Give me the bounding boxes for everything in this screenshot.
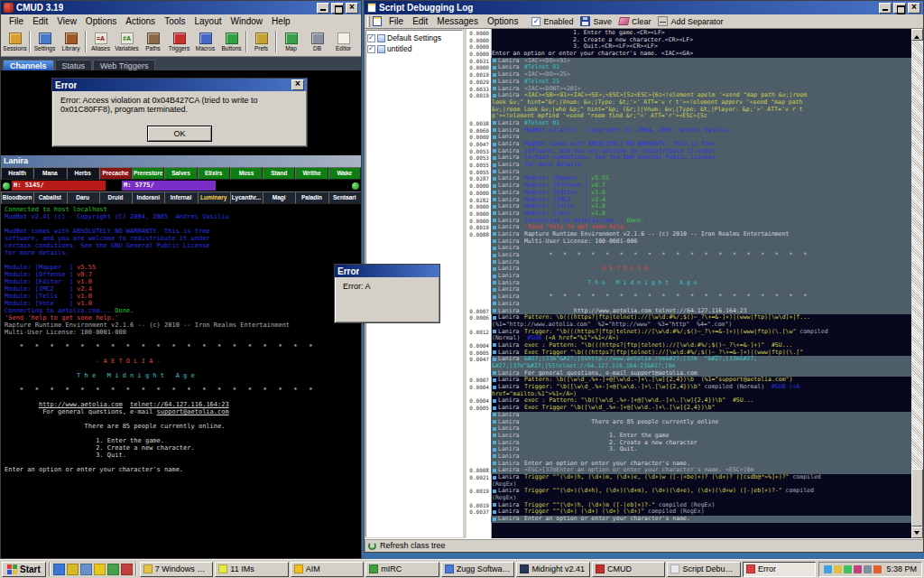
hyperlink[interactable]: telnet://64.127.116.164:23 [130, 401, 229, 408]
toolbar-grip[interactable] [367, 16, 370, 27]
add-separator-label[interactable]: Add Separator [670, 17, 723, 26]
log-row[interactable]: 0.0012LaniraTrigger: "\b(((https?|ftp|te… [467, 329, 911, 336]
hyperlink[interactable]: support@aetolia.com [157, 408, 229, 415]
log-row[interactable]: LaniraEnter an option or enter your char… [467, 516, 911, 523]
toolbar-editor[interactable]: Editor [330, 28, 356, 55]
button-cabalist[interactable]: Cabalist [33, 191, 66, 204]
log-row[interactable]: 0.0047LaniraMudBot comes with ABSOLUTELY… [467, 141, 911, 148]
log-row[interactable]: Lanira 3. Quit. [467, 446, 911, 453]
log-row[interactable]: Lanira [467, 453, 911, 461]
log-row[interactable]: 0.0005LaniraExec Trigger "\b(((https?|ft… [467, 350, 911, 357]
taskbar-button-script-debugging-log[interactable]: Script Debugging Log [667, 562, 741, 577]
hyperlink[interactable]: http://www.aetolia.com [39, 401, 123, 408]
log-row[interactable]: look &v;" hint="&r;|Vnum: &v;|Type: &t;'… [467, 99, 911, 107]
log-row[interactable]: Lanira [467, 273, 911, 280]
toolbar-library[interactable]: Library [58, 28, 84, 55]
button-magi[interactable]: Magi [263, 191, 295, 204]
menu-file[interactable]: File [5, 16, 28, 26]
save-label[interactable]: Save [593, 17, 612, 26]
scroll-down-button[interactable] [911, 527, 923, 538]
log-row[interactable]: 0.0055Lanirafor more details. [467, 162, 911, 169]
log-row[interactable]: Lanira 1. Enter the game [467, 433, 911, 440]
taskbar-button-zugg-software-we[interactable]: Zugg Software : We... [441, 562, 515, 577]
clear-icon[interactable] [618, 17, 630, 25]
taskbar-button-aim[interactable]: AIM [291, 562, 365, 577]
minimize-button[interactable] [317, 3, 329, 14]
button-daru[interactable]: Daru [67, 191, 99, 204]
maximize-button[interactable] [331, 3, 344, 14]
log-row[interactable]: Lanira * * * * * * * * * * * * * * * * *… [467, 294, 911, 301]
tray-icon-1[interactable] [824, 565, 832, 573]
minimize-button[interactable] [879, 3, 892, 14]
log-row[interactable]: Lanira 2. Create a new character [467, 440, 911, 447]
button-mana[interactable]: Mana [33, 167, 66, 180]
menu-layout[interactable]: Layout [189, 16, 226, 26]
tray-icon-4[interactable] [854, 565, 862, 573]
taskbar-button-mirc[interactable]: mIRC [365, 562, 439, 577]
tray-icon-2[interactable] [834, 565, 842, 573]
log-row[interactable]: 0.0287LaniraModule: [Mapper ] v5.55 [467, 175, 911, 182]
log-row[interactable]: Lanira [467, 245, 911, 252]
button-herbs[interactable]: Herbs [67, 167, 99, 180]
log-row[interactable]: 0.0004LaniraTrigger: "\b([\w\d_.%+-]+@[\… [467, 384, 911, 391]
log-row[interactable]: 0.0055Lanira [467, 169, 911, 176]
log-row[interactable]: 0.0000 3. Quit.<CR><LF><CR><LF> [467, 43, 911, 51]
tray-icon-5[interactable] [864, 565, 872, 573]
log-row[interactable]: href="mailto:%1">%1</A>) [467, 391, 911, 398]
menu-help[interactable]: Help [267, 16, 295, 26]
log-row[interactable]: 0.0000 1. Enter the game.<CR><LF> [467, 30, 911, 37]
log-row[interactable]: LaniraEnter an option or enter your char… [467, 461, 911, 468]
log-row[interactable]: 0.0000Lanira [467, 134, 911, 141]
log-row[interactable]: 0.0019Lanira'Send 'help to get some help… [467, 224, 911, 231]
checkbox-checked-icon[interactable] [367, 34, 375, 42]
close-button[interactable] [346, 3, 358, 14]
maximize-button[interactable] [893, 3, 906, 14]
log-row[interactable]: 0.0060LaniraMudBot v2.41(c) - Copyright … [467, 127, 911, 135]
button-moss[interactable]: Moss [230, 167, 263, 180]
log-row[interactable]: 0.0031Lanira<IAC><DO><91> [467, 58, 911, 65]
menu-edit[interactable]: Edit [408, 16, 432, 26]
log-row[interactable]: Lanira * * * * * * * * * * * * * * * * *… [467, 252, 911, 259]
log-row[interactable]: p'><!element mpfind '<send "room find &r… [467, 113, 911, 120]
scroll-thumb[interactable] [911, 469, 923, 527]
log-row[interactable]: 0.0021LaniraTrigger "^(\d+)h, (\d+)m, (\… [467, 474, 911, 481]
refresh-icon[interactable] [368, 542, 376, 550]
log-row[interactable]: &v;|room look &v;|who &p;" hint="&p; (&r… [467, 107, 911, 114]
toolbar-settings[interactable]: Settings [32, 28, 58, 55]
log-row[interactable]: LaniraMulti-User License: 100-0001-000 [467, 238, 911, 246]
toolbar-variables[interactable]: #AVariables [114, 28, 140, 55]
toolbar-prefs[interactable]: Prefs [248, 28, 274, 55]
log-row[interactable]: (RegEx) [467, 495, 911, 502]
button-bloodborn[interactable]: Bloodborn [1, 191, 33, 204]
log-row[interactable]: 0.0088LaniraRapture Runtime Environment … [467, 231, 911, 238]
tab-channels[interactable]: Channels [3, 60, 54, 70]
log-row[interactable]: 0.0019Lanira<IAC><SB><91><IAC><SE>;<ESC>… [467, 92, 911, 99]
taskbar-button-7-windows-explorer[interactable]: 7 Windows Explorer [140, 562, 214, 577]
log-row[interactable]: 0.0000 2. Create a new character.<CR><LF… [467, 37, 911, 44]
debugger-titlebar[interactable]: Script Debugging Log [365, 1, 923, 14]
log-row[interactable]: Lanira [467, 301, 911, 308]
log-row[interactable]: 0.0019LaniraTrigger "^(\d+)h, (\d+)m ([-… [467, 502, 911, 509]
log-row[interactable]: (RegEx) [467, 481, 911, 489]
button-salves[interactable]: Salves [164, 167, 197, 180]
scroll-up-button[interactable] [911, 29, 923, 41]
log-row[interactable]: 0.0033Lanira<IAC><DONT><201> [467, 86, 911, 93]
log-row[interactable]: (Normal) #SUB (<A href="%1">%1</A>) [467, 335, 911, 342]
toolbar-sessions[interactable]: Sessions [2, 28, 28, 55]
toolbar-paths[interactable]: Paths [140, 28, 166, 55]
taskbar-button-error[interactable]: Error [743, 562, 817, 577]
toolbar-triggers[interactable]: Triggers [166, 28, 192, 55]
log-row[interactable]: (%1="http://www.aetolia.com" %2="http://… [467, 322, 911, 329]
menu-window[interactable]: Window [226, 16, 268, 26]
button-lycanthr[interactable]: Lycanthr... [230, 191, 263, 204]
log-row[interactable]: Lanira T h e M i d n i g h t A g e [467, 280, 911, 287]
enabled-checkbox[interactable] [531, 17, 541, 26]
log-row[interactable]: 0.0282LaniraModule: [IMC2 ] v2.4 [467, 197, 911, 204]
button-stand[interactable]: Stand [263, 167, 295, 180]
mirc-quick-icon[interactable] [107, 564, 119, 575]
log-row[interactable]: LaniraFor general questions, e-mail supp… [467, 370, 911, 378]
tab-status[interactable]: Status [55, 60, 93, 70]
menu-actions[interactable]: Actions [121, 16, 160, 26]
log-row[interactable]: 0.0000LaniraModule: [Tells ] v1.0 [467, 203, 911, 210]
button-indorani[interactable]: Indorani [132, 191, 164, 204]
